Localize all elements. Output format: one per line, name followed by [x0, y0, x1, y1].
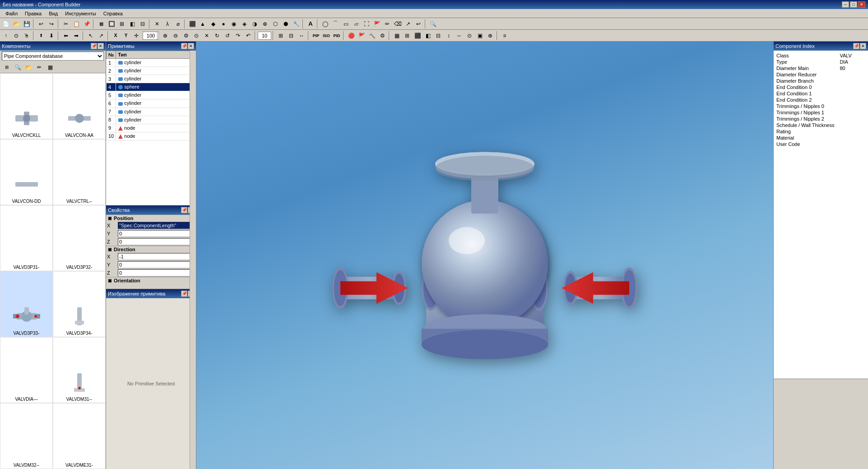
tb2-btn-2[interactable]: ⊙ — [11, 31, 21, 41]
comp-tb-2[interactable]: 🔍 — [13, 62, 23, 72]
tb2-btn-10[interactable]: ⊕ — [160, 31, 170, 41]
maximize-button[interactable]: □ — [850, 1, 857, 8]
tb-btn-24[interactable]: 🔧 — [291, 19, 301, 29]
dir-z-input[interactable] — [118, 269, 195, 277]
tb2-pid[interactable]: PID — [332, 31, 342, 41]
primitive-row-2[interactable]: 2cylinder — [107, 67, 196, 75]
tb-btn-33[interactable]: ⌫ — [393, 19, 403, 29]
menu-tools[interactable]: Инструменты — [61, 10, 100, 17]
tb-btn-32[interactable]: ✏ — [382, 19, 392, 29]
components-database-select[interactable]: Pipe Component database — [2, 52, 104, 61]
zoom-input[interactable] — [143, 32, 159, 40]
tb2-btn-32[interactable]: ↔ — [454, 31, 464, 41]
comp-item-valvdm31[interactable]: VALVDM31-- — [53, 337, 106, 403]
comp-item-valvd3p33[interactable]: VALVD3P33- — [0, 271, 53, 337]
redo-button[interactable]: ↪ — [46, 19, 56, 29]
comp-index-close[interactable]: ✕ — [860, 43, 866, 49]
comp-item-valvdm32[interactable]: VALVDM32-- — [0, 403, 53, 469]
tb-btn-4[interactable]: 📋 — [71, 19, 81, 29]
primitive-row-4[interactable]: 4sphere — [107, 83, 196, 91]
menu-help[interactable]: Справка — [100, 10, 126, 17]
tb2-btn-29[interactable]: ◧ — [423, 31, 433, 41]
tb2-btn-14[interactable]: ✕ — [202, 31, 212, 41]
comp-tb-5[interactable]: ▦ — [45, 62, 55, 72]
tb2-btn-1[interactable]: ↑ — [1, 31, 11, 41]
tb-btn-26[interactable]: ◯ — [320, 19, 330, 29]
tb-btn-28[interactable]: ▭ — [341, 19, 351, 29]
save-button[interactable]: 💾 — [22, 19, 32, 29]
tb-btn-17[interactable]: ● — [218, 19, 228, 29]
comp-item-valvchckll[interactable]: VALVCHCKLL — [0, 73, 53, 139]
tb2-btn-33[interactable]: ⊙ — [464, 31, 474, 41]
tb-btn-14[interactable]: ⬛ — [187, 19, 197, 29]
open-button[interactable]: 📂 — [11, 19, 21, 29]
comp-item-valvd3p32[interactable]: VALVD3P32- — [53, 205, 106, 271]
tb-btn-16[interactable]: ◆ — [208, 19, 218, 29]
comp-item-valvcon-dd[interactable]: VALVCON-DD — [0, 139, 53, 205]
primitive-row-6[interactable]: 6cylinder — [107, 99, 196, 108]
menu-file[interactable]: Файл — [2, 10, 21, 17]
tb2-btn-22[interactable]: 🔴 — [346, 31, 356, 41]
viewport-3d[interactable] — [196, 42, 773, 469]
comp-item-valvdme31[interactable]: VALVDME31- — [53, 403, 106, 469]
tb2-btn-5[interactable]: ⬇ — [46, 31, 56, 41]
tb-btn-21[interactable]: ⊕ — [260, 19, 270, 29]
tb2-btn-30[interactable]: ⊟ — [433, 31, 443, 41]
menu-edit[interactable]: Правка — [21, 10, 45, 17]
primitive-row-10[interactable]: 10node — [107, 132, 196, 140]
tb2-btn-8[interactable]: ↖ — [86, 31, 96, 41]
tb2-btn-x[interactable]: X — [111, 31, 121, 41]
tb-btn-25[interactable]: A — [306, 19, 316, 29]
pos-z-input[interactable] — [118, 238, 195, 245]
tb-btn-7[interactable]: 🔲 — [107, 19, 116, 29]
tb2-btn-6[interactable]: ⬅ — [61, 31, 71, 41]
tb2-btn-23[interactable]: 🚩 — [357, 31, 367, 41]
comp-tb-3[interactable]: 📂 — [23, 62, 33, 72]
tb-btn-29[interactable]: ▱ — [351, 19, 361, 29]
props-scrollbar[interactable] — [190, 215, 196, 289]
tb-btn-8[interactable]: ⊞ — [117, 19, 127, 29]
tb2-btn-35[interactable]: ⊕ — [485, 31, 495, 41]
primitive-row-7[interactable]: 7cylinder — [107, 108, 196, 116]
tb2-btn-16[interactable]: ↺ — [223, 31, 232, 41]
tb2-num-input[interactable] — [258, 32, 271, 40]
tb-btn-30[interactable]: ⛶ — [362, 19, 371, 29]
comp-panel-close[interactable]: ✕ — [97, 43, 104, 49]
tb2-iso[interactable]: ISO — [321, 31, 331, 41]
tb2-btn-24[interactable]: 🔨 — [367, 31, 377, 41]
menu-view[interactable]: Вид — [45, 10, 61, 17]
tb2-btn-28[interactable]: ⬛ — [413, 31, 422, 41]
tb-btn-15[interactable]: ▲ — [198, 19, 208, 29]
tb-btn-11[interactable]: ✕ — [152, 19, 162, 29]
tb-btn-5[interactable]: 📌 — [82, 19, 92, 29]
primitive-row-5[interactable]: 5cylinder — [107, 91, 196, 99]
tb2-btn-7[interactable]: ➡ — [71, 31, 81, 41]
comp-panel-pin[interactable]: 📌 — [91, 43, 97, 49]
tb-btn-12[interactable]: λ — [162, 19, 172, 29]
tb2-btn-cursor[interactable]: ✛ — [131, 31, 141, 41]
comp-tb-1[interactable]: ⊞ — [2, 62, 12, 72]
prim-panel-pin[interactable]: 📌 — [181, 43, 187, 49]
tb2-btn-y[interactable]: Y — [121, 31, 131, 41]
props-panel-pin[interactable]: 📌 — [181, 207, 187, 213]
primitive-row-8[interactable]: 8cylinder — [107, 116, 196, 124]
comp-item-valvd3p31[interactable]: VALVD3P31- — [0, 205, 53, 271]
tb2-btn-12[interactable]: ⚙ — [181, 31, 191, 41]
primitive-row-3[interactable]: 3cylinder — [107, 75, 196, 83]
tb2-btn-more[interactable]: ≡ — [500, 31, 510, 41]
comp-tb-4[interactable]: ✏ — [34, 62, 44, 72]
tb2-btn-26[interactable]: ▦ — [392, 31, 402, 41]
tb2-btn-18[interactable]: ↶ — [243, 31, 253, 41]
tb2-btn-15[interactable]: ↻ — [212, 31, 222, 41]
primitive-row-1[interactable]: 1cylinder — [107, 59, 196, 67]
tb-btn-27[interactable]: ⌒ — [330, 19, 340, 29]
comp-index-pin[interactable]: 📌 — [853, 43, 859, 49]
dir-x-input[interactable] — [118, 253, 195, 260]
tb-btn-3[interactable]: ✂ — [61, 19, 71, 29]
tb-btn-23[interactable]: ⬢ — [281, 19, 291, 29]
tb-btn-6[interactable]: ▦ — [96, 19, 106, 29]
pos-x-input[interactable] — [118, 222, 195, 229]
undo-button[interactable]: ↩ — [36, 19, 46, 29]
tb-btn-22[interactable]: ⬡ — [270, 19, 280, 29]
tb-btn-35[interactable]: ↩ — [413, 19, 423, 29]
